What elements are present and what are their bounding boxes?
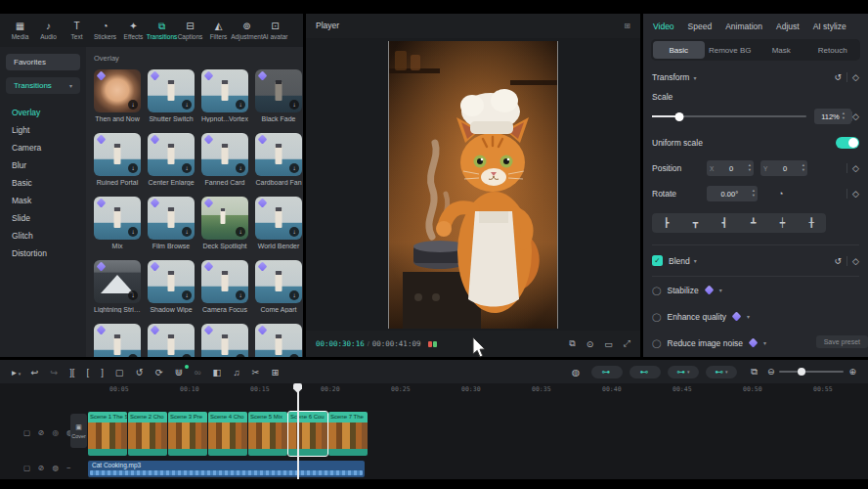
checkbox-icon[interactable]: ◯ — [652, 286, 662, 295]
transition-item[interactable]: ↓ Ruined Portal — [94, 133, 141, 186]
rotate-input[interactable]: 0.00° ▴▾ — [707, 186, 758, 201]
mute-track-icon[interactable]: ◍ — [52, 464, 59, 472]
inspector-tab[interactable]: Video — [653, 22, 674, 31]
chevron-down-icon[interactable]: ▾ — [763, 339, 766, 346]
category-dropdown[interactable]: Transitions ▾ — [6, 77, 80, 94]
split[interactable]: ][ — [69, 367, 76, 378]
captions[interactable]: ⊟ Captions — [176, 21, 204, 40]
sidebar-item[interactable]: Overlay — [0, 104, 86, 121]
freeze-frame[interactable]: ▢ — [115, 367, 126, 378]
crop-clip[interactable]: ✂ — [252, 367, 262, 378]
player-panel-menu-icon[interactable]: ⊞ — [624, 22, 630, 30]
align-center-vertical-icon[interactable]: ╂ — [808, 218, 813, 228]
stepper-icon[interactable]: ▴▾ — [753, 189, 755, 199]
video-clip[interactable]: Scene 4 Cho — [208, 412, 247, 456]
transitions[interactable]: ⧉ Transitions — [148, 21, 176, 40]
filters[interactable]: ◭ Filters — [204, 21, 233, 40]
rotate-clip[interactable]: ⟳ — [155, 367, 165, 378]
inspector-subtab[interactable]: Remove BG — [705, 41, 757, 59]
keyframe-icon[interactable]: ◇ — [852, 111, 859, 121]
keyframe-icon[interactable]: ◇ — [852, 256, 859, 266]
transition-item[interactable]: ↓ Hypnot...Vortex — [201, 69, 248, 122]
transition-item[interactable]: ↓ Fanned Card — [201, 133, 248, 186]
reverse[interactable]: ↺ — [136, 367, 146, 378]
select-tool[interactable]: ▸▾ — [12, 367, 21, 378]
audio[interactable]: ♪ Audio — [34, 21, 63, 40]
sidebar-item[interactable]: Mask — [0, 192, 86, 209]
chevron-down-icon[interactable]: ▾ — [694, 257, 697, 264]
stickers[interactable]: ◔ Stickers — [91, 21, 119, 40]
checkbox-icon[interactable]: ◯ — [652, 338, 662, 348]
collapse-track-icon[interactable]: − — [66, 464, 70, 472]
video-clip[interactable]: Scene 2 Cho — [128, 412, 167, 456]
stepper-icon[interactable]: ▴▾ — [843, 111, 845, 121]
video-clip[interactable]: Scene 5 Mix — [248, 412, 287, 456]
align-left-icon[interactable]: ┣ — [664, 218, 669, 228]
video-clip[interactable]: Scene 6 Cou — [288, 412, 327, 456]
rotate-dial-icon[interactable]: ◔ — [778, 189, 783, 199]
audio-clip[interactable]: Cat Cooking.mp3 — [88, 461, 365, 477]
transition-item[interactable]: ↓ — [94, 324, 141, 357]
chevron-down-icon[interactable]: ▾ — [747, 313, 750, 320]
align-bottom-icon[interactable]: ┻ — [751, 218, 756, 228]
focus-icon[interactable]: ⊙ — [586, 339, 594, 349]
checkbox-icon[interactable]: ◯ — [652, 312, 662, 322]
transition-out-toggle[interactable]: ⊷ — [629, 366, 661, 378]
inspector-tab[interactable]: Adjust — [776, 22, 800, 31]
magnet-snap[interactable]: ⋓ — [175, 367, 185, 378]
transition-item[interactable]: ↓ — [255, 324, 302, 357]
adjustment[interactable]: ⊚ Adjustment — [233, 21, 261, 40]
blend-checkbox[interactable]: ✓ — [652, 255, 663, 266]
inspector-subtab[interactable]: Basic — [653, 41, 705, 59]
sidebar-item[interactable]: Slide — [0, 209, 86, 227]
media[interactable]: ▦ Media — [6, 21, 34, 40]
sidebar-item[interactable]: Blur — [0, 156, 86, 174]
inspector-tab[interactable]: AI stylize — [813, 22, 846, 31]
text[interactable]: T Text — [63, 21, 91, 40]
timeline-ruler[interactable]: 00:05 00:10 00:15 00:20 00:25 00:30 00:3… — [109, 385, 868, 393]
transition-item[interactable]: ↓ Camera Focus — [201, 260, 248, 313]
effects[interactable]: ✦ Effects — [119, 21, 148, 40]
ai-avatar[interactable]: ⊡ AI avatar — [261, 21, 289, 40]
trim-right[interactable]: ] — [101, 367, 106, 378]
zoom-out-icon[interactable]: ⊖ — [767, 367, 775, 377]
ratio-icon[interactable]: ▭ — [604, 339, 613, 349]
transition-item[interactable]: ↓ Deck Spotlight — [201, 197, 248, 249]
align-center-horizontal-icon[interactable]: ┿ — [780, 218, 785, 228]
lock-icon[interactable]: ⊘ — [38, 428, 44, 437]
chevron-down-icon[interactable]: ▾ — [719, 287, 722, 293]
inspector-tab[interactable]: Speed — [688, 22, 713, 31]
extract-audio[interactable]: ♫ — [233, 367, 241, 378]
transition-item[interactable]: ↓ Shutter Switch — [148, 69, 195, 122]
grid-view[interactable]: ⊞ — [272, 367, 282, 378]
timeline-zoom-slider[interactable] — [779, 371, 844, 373]
transition-item[interactable]: ↓ Then and Now — [94, 69, 141, 122]
transition-item[interactable]: ↓ Film Browse — [148, 197, 195, 249]
adapt-screen-icon[interactable]: ⧉ — [751, 366, 758, 378]
sidebar-item[interactable]: Basic — [0, 174, 86, 192]
sidebar-item[interactable]: Distortion — [0, 244, 86, 262]
keyframe-icon[interactable]: ◇ — [852, 189, 859, 199]
stepper-icon[interactable]: ▴▾ — [803, 163, 804, 173]
transition-item[interactable]: ↓ Lightning Strike — [94, 260, 141, 313]
position-x-input[interactable]: X 0 ▴▾ — [707, 160, 754, 176]
timeline[interactable]: 00:05 00:10 00:15 00:20 00:25 00:30 00:3… — [0, 383, 868, 479]
sidebar-item[interactable]: Glitch — [0, 227, 86, 244]
lock-icon[interactable]: ⊘ — [38, 464, 44, 472]
sidebar-item[interactable]: Camera — [0, 139, 86, 156]
hide-track-icon[interactable]: ◎ — [52, 428, 59, 437]
transition-in-toggle[interactable]: ⊶ — [591, 366, 623, 378]
video-frame[interactable] — [388, 41, 558, 329]
sidebar-item[interactable]: Light — [0, 121, 86, 139]
reset-icon[interactable]: ↺ — [835, 72, 843, 82]
stepper-icon[interactable]: ▴▾ — [749, 163, 751, 173]
video-clip[interactable]: Scene 3 Pre — [168, 412, 207, 456]
keyframe-in-toggle[interactable]: ⊶▾ — [668, 366, 699, 378]
save-preset-button[interactable]: Save preset — [816, 335, 868, 348]
align-top-icon[interactable]: ┳ — [693, 218, 698, 228]
track-frame-icon[interactable]: ▢ — [23, 428, 30, 437]
transition-item[interactable]: ↓ Shadow Wipe — [148, 260, 195, 313]
feature-toggle-row[interactable]: ◯ Stabilize ▾ — [652, 277, 859, 303]
favorites-button[interactable]: Favorites — [6, 54, 80, 70]
track-frame-icon[interactable]: ▢ — [23, 464, 30, 472]
